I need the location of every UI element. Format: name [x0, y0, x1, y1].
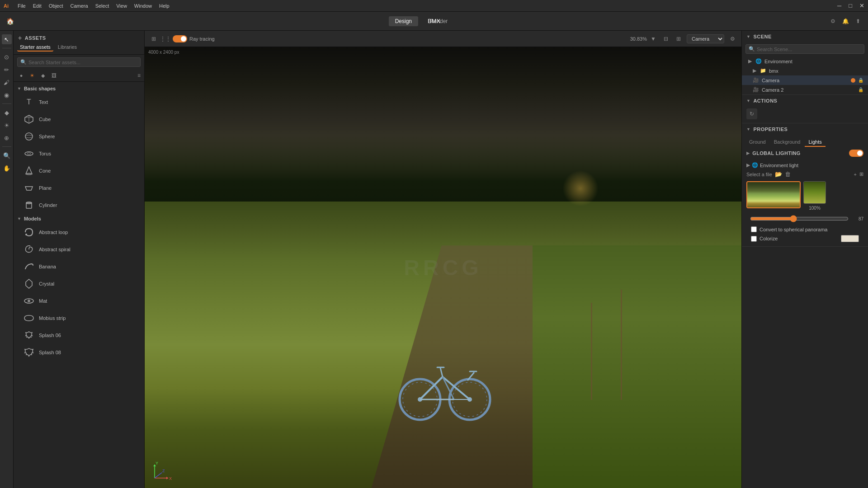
scene-item-bmx[interactable]: ▶ 📁 bmx: [742, 66, 868, 75]
zoom-tool[interactable]: 🔍: [2, 150, 12, 160]
tab-libraries[interactable]: Libraries: [55, 43, 80, 52]
ray-tracing-toggle[interactable]: [173, 35, 187, 42]
zoom-control: 30.83% ▼: [630, 34, 658, 43]
share-icon[interactable]: ⬆: [854, 17, 863, 26]
actions-row: ↻: [742, 107, 868, 123]
scene-item-camera2[interactable]: 🎥 Camera 2 🔒: [742, 85, 868, 94]
asset-mobius-strip[interactable]: Mobius strip ≡: [14, 310, 144, 327]
manage-env-icon[interactable]: ⊞: [859, 171, 863, 177]
asset-torus[interactable]: Torus ≡: [14, 145, 144, 162]
viewport-mode-icon[interactable]: ⊞: [149, 34, 158, 43]
env-thumb-main[interactable]: [746, 181, 801, 208]
action-refresh-btn[interactable]: ↻: [746, 108, 757, 119]
filter-list-icon[interactable]: ≡: [137, 72, 141, 79]
asset-abstract-spiral[interactable]: Abstract spiral ≡: [14, 241, 144, 258]
asset-abstract-spiral-label: Abstract spiral: [39, 247, 133, 252]
add-asset-icon[interactable]: +: [18, 34, 22, 42]
actions-header[interactable]: ▼ ACTIONS: [742, 95, 868, 107]
assets-search-input[interactable]: [28, 60, 137, 65]
menu-camera[interactable]: Camera: [71, 3, 88, 9]
asset-cube[interactable]: Cube ≡: [14, 111, 144, 128]
menu-window[interactable]: Window: [134, 3, 152, 9]
environment-icon: 🌐: [755, 58, 762, 64]
chevron-models: ▼: [17, 216, 21, 221]
asset-abstract-loop[interactable]: Abstract loop ≡: [14, 224, 144, 241]
properties-title: PROPERTIES: [753, 127, 788, 132]
scene-camera-lock[interactable]: 🔒: [858, 78, 863, 83]
transform-tool[interactable]: ⊕: [2, 133, 12, 143]
paint-tool[interactable]: 🖌: [2, 77, 12, 87]
camera-orbit-tool[interactable]: ⊙: [2, 52, 12, 62]
filter-sphere-icon[interactable]: ●: [17, 71, 25, 80]
prop-tab-background[interactable]: Background: [770, 138, 804, 147]
scene-camera2-lock[interactable]: 🔒: [858, 87, 863, 92]
scene-search-input[interactable]: [757, 47, 861, 52]
asset-sphere[interactable]: Sphere ≡: [14, 128, 144, 145]
hand-tool[interactable]: ✋: [2, 163, 12, 173]
select-tool[interactable]: ↖: [2, 34, 12, 44]
filter-image-icon[interactable]: 🖼: [50, 71, 58, 80]
open-file-icon[interactable]: 📂: [775, 171, 782, 178]
zoom-dropdown-icon[interactable]: ▼: [649, 34, 658, 43]
asset-banana[interactable]: Banana ≡: [14, 258, 144, 275]
asset-plane[interactable]: Plane ≡: [14, 179, 144, 197]
menu-edit[interactable]: Edit: [33, 3, 42, 9]
scene-item-environment[interactable]: ▶ 🌐 Environment: [742, 56, 868, 66]
minimize-btn[interactable]: ─: [837, 2, 841, 9]
convert-spherical-checkbox[interactable]: [751, 226, 757, 232]
intensity-slider[interactable]: [750, 215, 849, 222]
close-btn[interactable]: ✕: [859, 2, 864, 9]
align-icon[interactable]: ⊞: [674, 34, 683, 43]
delete-file-icon[interactable]: 🗑: [785, 171, 791, 178]
sphere-asset-icon: [23, 130, 35, 143]
tab-design[interactable]: Design: [389, 16, 418, 26]
menu-object[interactable]: Object: [49, 3, 63, 9]
prop-tab-ground[interactable]: Ground: [745, 138, 769, 147]
maximize-btn[interactable]: □: [849, 2, 852, 9]
colorize-checkbox[interactable]: [751, 236, 757, 242]
camera-settings-icon[interactable]: ⚙: [728, 34, 737, 43]
svg-text:Z: Z: [162, 469, 165, 473]
section-basic-shapes[interactable]: ▼ Basic shapes: [14, 84, 144, 94]
notifications-icon[interactable]: 🔔: [841, 17, 850, 26]
properties-header[interactable]: ▼ PROPERTIES: [742, 123, 868, 135]
menu-help[interactable]: Help: [159, 3, 170, 9]
viewport-canvas[interactable]: X Y Z 4000 x 2400 px RRCG: [145, 47, 741, 488]
env-light-section: ▶ 🌐 Environment light Select a file 📂 🗑 …: [742, 160, 868, 246]
grid-snap-icon[interactable]: ⊟: [661, 34, 670, 43]
filter-material-icon[interactable]: ◆: [39, 71, 47, 80]
asset-mat[interactable]: Mat ≡: [14, 292, 144, 310]
asset-cone[interactable]: Cone ≡: [14, 162, 144, 179]
scene-section-header[interactable]: ▼ SCENE: [742, 31, 868, 42]
tab-starter-assets[interactable]: Starter assets: [17, 43, 53, 52]
asset-banana-label: Banana: [39, 264, 133, 269]
prop-tab-lights[interactable]: Lights: [805, 138, 825, 147]
colorize-label: Colorize: [760, 236, 778, 241]
stamp-tool[interactable]: ◉: [2, 90, 12, 100]
global-lighting-toggle[interactable]: [849, 150, 863, 157]
home-button[interactable]: 🏠: [5, 17, 14, 26]
add-env-icon[interactable]: +: [854, 172, 857, 177]
settings-icon[interactable]: ⚙: [828, 17, 837, 26]
menu-view[interactable]: View: [116, 3, 127, 9]
scene-item-camera[interactable]: 🎥 Camera 🔒: [742, 75, 868, 85]
section-models[interactable]: ▼ Models: [14, 214, 144, 224]
menu-select[interactable]: Select: [95, 3, 109, 9]
brush-tool[interactable]: ✏: [2, 65, 12, 75]
svg-marker-9: [25, 187, 33, 190]
asset-text[interactable]: T Text ≡: [14, 94, 144, 111]
material-tool[interactable]: ◆: [2, 108, 12, 117]
menu-file[interactable]: File: [18, 3, 26, 9]
asset-splash-06[interactable]: Splash 06 ≡: [14, 327, 144, 344]
camera-select[interactable]: Camera Camera 2: [687, 34, 724, 43]
actions-chevron: ▼: [746, 99, 750, 103]
env-thumb-secondary[interactable]: [803, 181, 826, 204]
light-tool[interactable]: ☀: [2, 120, 12, 130]
filter-light-icon[interactable]: ☀: [28, 71, 36, 80]
asset-cylinder[interactable]: Cylinder ≡: [14, 197, 144, 214]
colorize-swatch[interactable]: [841, 235, 859, 242]
asset-crystal[interactable]: Crystal ≡: [14, 275, 144, 292]
text-asset-icon: T: [23, 96, 35, 108]
viewport-grid-icon[interactable]: ⋮⋮: [161, 34, 170, 43]
asset-splash-08[interactable]: Splash 08 ≡: [14, 344, 144, 361]
